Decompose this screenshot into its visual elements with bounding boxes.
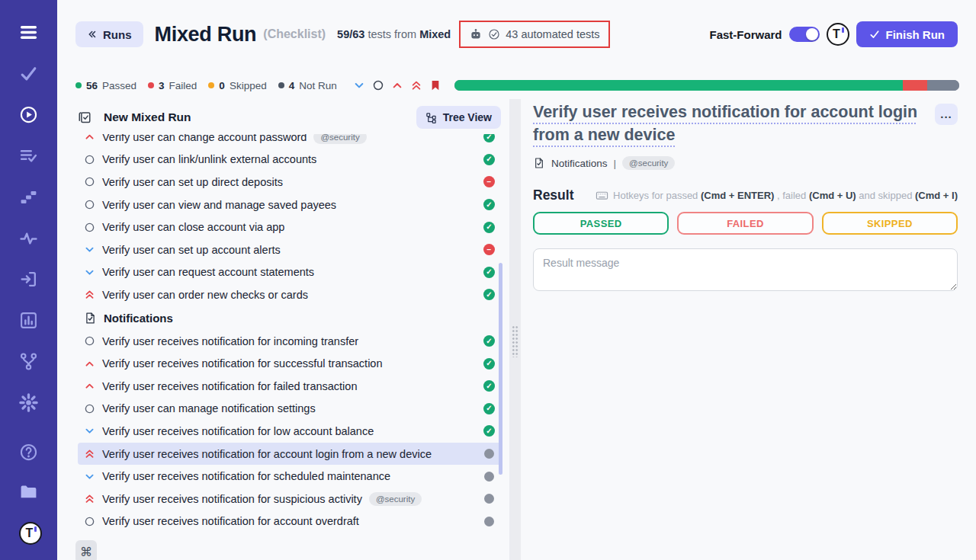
hotkeys-text: Hotkeys for passed (Cmd + ENTER) , faile…: [613, 190, 958, 201]
test-title[interactable]: Verify user receives notification for ac…: [533, 101, 918, 146]
run-stats: 56Passed3Failed0Skipped4Not Run: [75, 80, 337, 91]
filter-circle-button[interactable]: [371, 78, 385, 92]
filter-chevron-up-button[interactable]: [390, 78, 404, 92]
failed-button[interactable]: FAILED: [677, 212, 813, 235]
test-row[interactable]: Verify user can request account statemen…: [78, 261, 502, 284]
progress-notrun: [927, 80, 959, 91]
status-dot: [148, 82, 154, 88]
file-check-icon: [84, 312, 97, 325]
circle-icon: [372, 79, 384, 91]
sidebar-item-pulse[interactable]: [18, 228, 40, 248]
status-dot: [208, 82, 214, 88]
circle-icon: [84, 403, 95, 414]
status-badge: ✓: [483, 199, 495, 210]
test-row[interactable]: Verify user can view and manage saved pa…: [78, 194, 502, 216]
chevrons-left-icon: [87, 29, 98, 40]
hamburger-icon: [19, 23, 38, 42]
list-check-icon: [19, 146, 38, 165]
test-row[interactable]: Verify user receives notification for su…: [78, 488, 502, 510]
tag-badge[interactable]: @security: [622, 156, 675, 170]
logo-icon: T: [19, 522, 38, 541]
test-row[interactable]: Verify user can set up account alerts −: [78, 238, 502, 261]
test-row[interactable]: Verify user receives notification for fa…: [78, 375, 502, 398]
more-actions-button[interactable]: ...: [935, 104, 958, 125]
chevron-up-icon: [84, 134, 95, 142]
finish-run-button[interactable]: Finish Run: [856, 21, 958, 47]
chevrons-up-icon: [84, 493, 95, 504]
sidebar-item-import[interactable]: [18, 269, 40, 290]
list-scrollbar[interactable]: [499, 263, 502, 475]
progress-passed: [454, 80, 904, 91]
fast-forward-label: Fast-Forward: [709, 28, 782, 41]
status-badge: ✓: [483, 380, 495, 392]
check-circle-icon: [488, 28, 500, 40]
command-hotkey-button[interactable]: ⌘: [75, 540, 97, 560]
progress-failed: [903, 80, 927, 91]
page-title: Mixed Run: [155, 23, 257, 46]
test-row[interactable]: Verify user can link/unlink external acc…: [78, 149, 502, 171]
circle-icon: [84, 154, 95, 165]
toggle-knob: [806, 28, 818, 40]
test-row[interactable]: Verify user receives notification for sc…: [78, 465, 502, 488]
test-row[interactable]: Verify user can set up direct deposits −: [78, 171, 502, 194]
status-badge: −: [483, 176, 495, 187]
sidebar-item-menu[interactable]: [18, 22, 40, 43]
sidebar-item-runs[interactable]: [18, 104, 40, 125]
check-icon: [19, 64, 38, 83]
file-check-icon: [533, 157, 545, 169]
status-badge: ✓: [483, 335, 495, 347]
chevron-up-icon: [391, 79, 403, 91]
detail-title-row: Verify user receives notification for ac…: [533, 101, 958, 146]
test-row[interactable]: Verify user can close account via app ✓: [78, 216, 502, 238]
sidebar-item-branches[interactable]: [18, 351, 40, 372]
passed-button[interactable]: PASSED: [533, 212, 669, 235]
tree-view-button[interactable]: Tree View: [416, 106, 501, 129]
test-row[interactable]: Verify user receives notification for ac…: [78, 510, 502, 533]
stat-failed: 3Failed: [148, 80, 197, 91]
sidebar-item-steps[interactable]: [18, 187, 40, 207]
status-badge: [484, 517, 494, 526]
test-row[interactable]: Verify user receives notification for in…: [78, 330, 502, 353]
status-badge: [484, 494, 494, 504]
sidebar-item-logo[interactable]: T: [18, 521, 40, 542]
chevrons-up-icon: [84, 448, 95, 459]
test-row[interactable]: Verify user receives notification for su…: [78, 352, 502, 375]
suite-section-row[interactable]: Notifications: [78, 306, 502, 330]
panel-divider: [509, 99, 521, 560]
chevron-down-icon: [84, 425, 95, 437]
back-to-runs-button[interactable]: Runs: [75, 21, 143, 47]
filter-chevron-down-button[interactable]: [352, 78, 366, 92]
chevron-down-icon: [84, 471, 95, 482]
result-heading: Result: [533, 187, 573, 203]
sidebar-item-projects[interactable]: [18, 482, 40, 502]
test-row[interactable]: Verify user can order new checks or card…: [78, 283, 502, 306]
stat-skipped: 0Skipped: [208, 80, 266, 91]
filter-bookmark-button[interactable]: [429, 78, 442, 92]
keyboard-icon: [596, 189, 608, 202]
test-row[interactable]: Verify user receives notification for ac…: [78, 443, 502, 466]
topbar-actions: Fast-Forward T Finish Run: [709, 21, 958, 47]
test-row[interactable]: Verify user can change account password …: [78, 134, 502, 149]
circle-icon: [84, 516, 95, 527]
test-row[interactable]: Verify user receives notification for lo…: [78, 420, 502, 443]
sidebar-item-analytics[interactable]: [18, 310, 40, 331]
suite-link[interactable]: Notifications: [551, 158, 608, 169]
result-buttons: PASSEDFAILEDSKIPPED: [533, 212, 958, 235]
filter-chevrons-up-button[interactable]: [409, 78, 423, 92]
test-row[interactable]: Verify user can manage notification sett…: [78, 398, 502, 421]
fast-forward-toggle[interactable]: [789, 27, 820, 42]
skipped-button[interactable]: SKIPPED: [822, 212, 958, 235]
finish-run-label: Finish Run: [886, 28, 946, 41]
sidebar-item-help[interactable]: [18, 442, 40, 462]
result-message-input[interactable]: [533, 248, 958, 291]
bar-chart-icon: [19, 311, 38, 330]
status-dot: [75, 82, 82, 88]
sidebar-item-settings[interactable]: [18, 392, 40, 413]
sidebar-nav-top: [18, 0, 40, 413]
status-badge: ✓: [483, 134, 495, 142]
sidebar-item-test-plans[interactable]: [18, 146, 40, 166]
sidebar-item-checks[interactable]: [18, 63, 40, 84]
app-logo[interactable]: T: [827, 23, 849, 46]
sidebar: T: [0, 0, 57, 560]
divider-drag-handle[interactable]: [512, 325, 518, 357]
